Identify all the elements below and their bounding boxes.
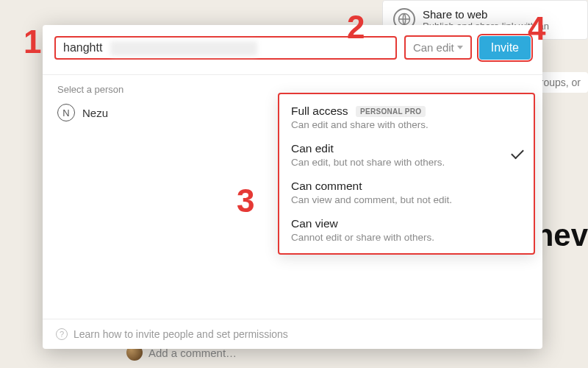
bg-partial-word: nev [535, 218, 588, 253]
perm-option-can-edit[interactable]: Can edit Can edit, but not share with ot… [279, 136, 534, 174]
perm-option-full-access[interactable]: Full access PERSONAL PRO Can edit and sh… [279, 99, 534, 136]
help-icon: ? [56, 328, 68, 340]
annotation-1: 1 [24, 24, 41, 60]
invite-modal: Can edit Invite Select a person N Nezu F… [43, 25, 542, 349]
person-avatar: N [57, 104, 75, 121]
pro-badge: PERSONAL PRO [356, 106, 426, 117]
invite-button[interactable]: Invite [479, 36, 531, 60]
search-wrap [54, 36, 397, 60]
person-name: Nezu [82, 107, 108, 119]
modal-header: Can edit Invite [43, 25, 542, 70]
modal-footer[interactable]: ? Learn how to invite people and set per… [43, 319, 542, 349]
perm-option-can-comment[interactable]: Can comment Can view and comment, but no… [279, 174, 534, 211]
perm-option-can-view[interactable]: Can view Cannot edit or share with other… [279, 211, 534, 249]
chevron-down-icon [457, 46, 463, 49]
annotation-3: 3 [237, 183, 254, 219]
permission-select-label: Can edit [413, 41, 454, 54]
permission-select[interactable]: Can edit [404, 35, 472, 60]
permission-dropdown: Full access PERSONAL PRO Can edit and sh… [278, 93, 535, 255]
blurred-email [110, 41, 257, 56]
footer-text: Learn how to invite people and set permi… [74, 328, 288, 340]
annotation-4: 4 [528, 10, 545, 47]
annotation-2: 2 [347, 9, 365, 46]
